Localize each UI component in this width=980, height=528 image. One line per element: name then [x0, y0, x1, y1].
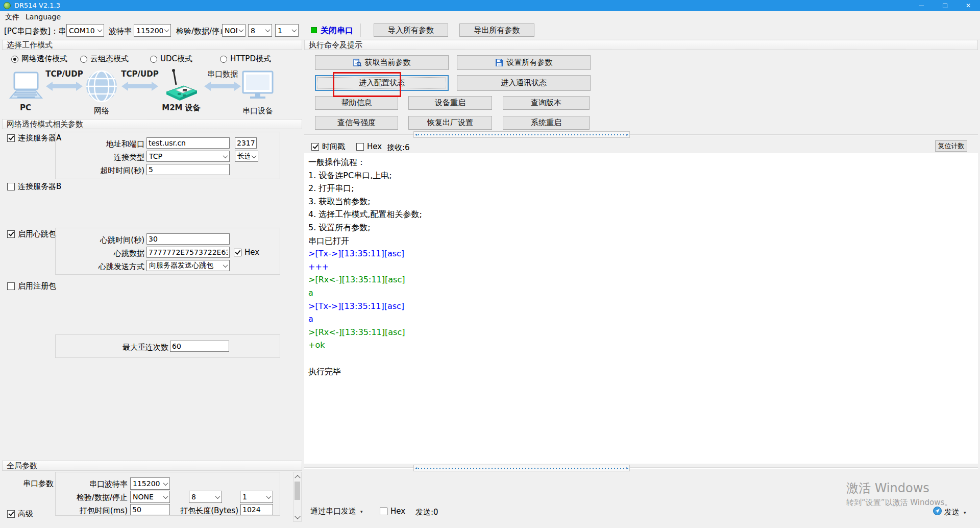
heartbeat-data-input[interactable]	[146, 247, 230, 258]
enter-comm-button[interactable]: 进入通讯状态	[457, 75, 591, 91]
send-button[interactable]: 发送 ▾	[944, 508, 966, 517]
baud-select[interactable]: 115200	[134, 24, 171, 37]
advanced-checkbox[interactable]: 高级	[7, 509, 33, 519]
sent-count-label: 发送:0	[415, 508, 438, 517]
left-panel-vertical-scrollbar[interactable]	[293, 472, 302, 522]
log-line: 串口已打开	[308, 234, 974, 248]
packtime-input[interactable]	[130, 504, 170, 515]
reset-count-button[interactable]: 复位计数	[935, 140, 967, 152]
minimize-button[interactable]	[910, 0, 933, 11]
timeout-input[interactable]	[146, 164, 230, 175]
device-reboot-button[interactable]: 设备重启	[408, 96, 492, 110]
splitter-line	[304, 134, 978, 135]
heartbeat-mode-select[interactable]: 向服务器发送心跳包	[146, 260, 230, 271]
checkbox-icon	[380, 508, 387, 515]
server-a-checkbox[interactable]: 连接服务器A	[7, 133, 61, 143]
toolbar-separator	[0, 39, 980, 39]
save-icon	[495, 59, 503, 67]
register-checkbox[interactable]: 启用注册包	[7, 281, 56, 291]
conn-keep-select[interactable]: 长连	[235, 151, 258, 162]
query-signal-button[interactable]: 查信号强度	[315, 116, 398, 130]
log-hex-checkbox[interactable]: Hex	[356, 142, 382, 151]
help-button[interactable]: 帮助信息	[315, 96, 398, 110]
dropdown-arrow-icon: ▾	[360, 509, 363, 514]
scroll-down-icon[interactable]	[293, 514, 301, 521]
com-port-select[interactable]: COM10	[66, 24, 104, 37]
serial-baud-select[interactable]: 115200	[130, 477, 170, 490]
import-params-button[interactable]: 导入所有参数	[374, 23, 448, 37]
packlen-label: 打包长度(Bytes)	[176, 506, 238, 516]
activate-windows-watermark-line1: 激活 Windows	[846, 480, 929, 496]
stopbits-select[interactable]: 1	[275, 24, 299, 37]
hscroll-track	[418, 134, 625, 135]
scrollbar-thumb[interactable]	[295, 482, 300, 500]
serial-databits-select[interactable]: 8	[189, 491, 222, 503]
log-line: >[Tx->][13:35:11][asc]	[308, 247, 974, 260]
maximize-button[interactable]	[933, 0, 957, 11]
close-port-button[interactable]: 关闭串口	[321, 26, 353, 36]
log-horizontal-scrollbar[interactable]: ◂ ▸	[413, 131, 630, 138]
menu-language[interactable]: Language	[23, 12, 63, 21]
mode-radio-cloud[interactable]: 云组态模式	[80, 54, 129, 64]
serial-open-indicator	[311, 27, 317, 33]
mode-radio-transparent[interactable]: 网络透传模式	[11, 54, 67, 64]
send-via-serial-dropdown[interactable]: 通过串口发送 ▾	[310, 507, 363, 516]
diagram-link2-label: TCP/UDP	[114, 69, 165, 79]
checkbox-icon	[356, 143, 364, 151]
databits-select[interactable]: 8	[248, 24, 272, 37]
serial-parity-select[interactable]: NONE	[130, 491, 170, 503]
serial-device-monitor-icon	[242, 70, 274, 100]
scroll-up-icon[interactable]	[293, 472, 301, 480]
checkbox-icon	[7, 230, 15, 238]
set-params-button[interactable]: 设置所有参数	[457, 55, 591, 70]
packlen-input[interactable]	[240, 504, 273, 515]
menu-bar: 文件 Language	[0, 11, 980, 22]
heartbeat-time-label: 心跳时间(秒)	[78, 235, 144, 245]
work-mode-group-header: 选择工作模式	[2, 40, 302, 50]
log-textarea[interactable]: 一般操作流程： 1. 设备连PC串口,上电; 2. 打开串口; 3. 获取当前参…	[304, 153, 978, 464]
heartbeat-data-label: 心跳数据	[78, 249, 144, 258]
hscroll-left-cap-icon: ◂	[415, 466, 417, 470]
send-hex-checkbox[interactable]: Hex	[380, 507, 405, 516]
log-line: 5. 设置所有参数;	[308, 221, 974, 234]
enter-config-button[interactable]: 进入配置状态	[315, 75, 449, 91]
heartbeat-hex-checkbox[interactable]: Hex	[234, 248, 259, 257]
query-version-button[interactable]: 查询版本	[503, 96, 590, 110]
mode-radio-udc[interactable]: UDC模式	[150, 54, 192, 64]
parity-select[interactable]: NONI	[222, 24, 246, 37]
packtime-label: 打包时间(ms)	[77, 506, 128, 516]
chevron-down-icon	[214, 491, 222, 502]
log-line: 执行完毕	[308, 365, 974, 378]
splitter-line	[304, 467, 978, 469]
log-line: a	[308, 313, 974, 326]
export-params-button[interactable]: 导出所有参数	[459, 23, 534, 37]
timestamp-checkbox[interactable]: 时间戳	[311, 142, 345, 152]
reconnect-input[interactable]	[170, 341, 229, 352]
system-reboot-button[interactable]: 系统重启	[503, 116, 590, 130]
heartbeat-checkbox[interactable]: 启用心跳包	[7, 229, 56, 239]
log-line	[308, 352, 974, 365]
get-params-button[interactable]: 获取当前参数	[315, 55, 449, 70]
close-button[interactable]: ✕	[957, 0, 980, 11]
double-arrow-icon	[204, 82, 241, 91]
server-b-checkbox[interactable]: 连接服务器B	[7, 182, 61, 191]
heartbeat-time-input[interactable]	[146, 233, 230, 245]
timeout-label: 超时时间(秒)	[78, 166, 144, 176]
chevron-down-icon	[162, 491, 169, 502]
server-a-port-input[interactable]	[235, 137, 257, 149]
double-arrow-icon	[46, 82, 83, 91]
chevron-down-icon	[265, 491, 273, 502]
baud-label: 波特率	[109, 27, 132, 36]
factory-reset-button[interactable]: 恢复出厂设置	[408, 116, 492, 130]
serial-params-label: 串口参数	[23, 479, 54, 489]
diagram-node-m2m-label: M2M 设备	[157, 103, 205, 113]
serial-stopbits-select[interactable]: 1	[240, 491, 273, 503]
hscroll-right-cap-icon: ▸	[626, 132, 628, 137]
menu-file[interactable]: 文件	[3, 12, 21, 22]
conn-type-select[interactable]: TCP	[146, 151, 230, 162]
server-a-address-input[interactable]	[146, 137, 230, 149]
send-horizontal-scrollbar[interactable]: ◂ ▸	[413, 465, 630, 471]
mode-radio-httpd[interactable]: HTTPD模式	[220, 54, 271, 64]
heartbeat-mode-label: 心跳发送方式	[78, 262, 144, 272]
chevron-down-icon	[222, 260, 229, 271]
